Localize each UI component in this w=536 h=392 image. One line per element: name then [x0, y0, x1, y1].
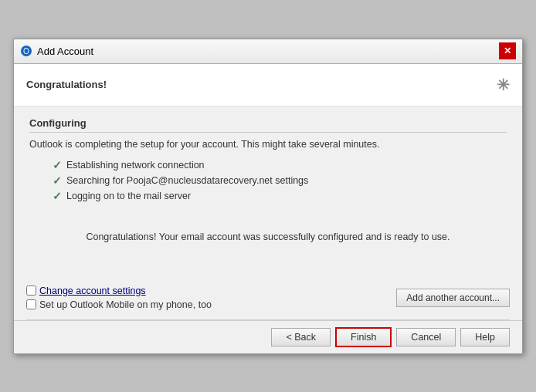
step-3-text: Logging on to the mail server	[66, 191, 191, 201]
congratulations-bar: Congratulations! ✳	[14, 64, 522, 106]
svg-text:O: O	[23, 47, 29, 56]
check-icon-3: ✓	[53, 190, 62, 202]
list-item: ✓ Logging on to the mail server	[53, 188, 507, 204]
title-bar: O Add Account ✕	[14, 39, 522, 64]
footer-bar: < Back Finish Cancel Help	[14, 320, 522, 353]
checkbox-group: Change account settings Set up Outlook M…	[26, 286, 212, 310]
finish-button[interactable]: Finish	[335, 327, 392, 347]
window-title: Add Account	[37, 46, 93, 57]
step-1-text: Establishing network connection	[66, 160, 205, 171]
title-bar-left: O Add Account	[20, 45, 93, 57]
cancel-button[interactable]: Cancel	[396, 328, 456, 346]
main-panel: Configuring Outlook is completing the se…	[14, 106, 522, 269]
congratulations-label: Congratulations!	[26, 79, 107, 90]
intro-text: Outlook is completing the setup for your…	[29, 139, 507, 150]
mobile-setup-checkbox[interactable]	[26, 299, 36, 309]
section-title: Configuring	[29, 117, 507, 133]
check-icon-2: ✓	[53, 174, 62, 187]
help-button[interactable]: Help	[460, 328, 510, 346]
change-account-text: Change account settings	[39, 286, 146, 296]
star-icon: ✳	[497, 76, 510, 94]
add-account-window: O Add Account ✕ Congratulations! ✳ Confi…	[13, 39, 523, 354]
app-icon: O	[20, 45, 32, 57]
success-message: Congratulations! Your email account was …	[29, 216, 507, 258]
change-account-label[interactable]: Change account settings	[26, 286, 212, 296]
mobile-setup-label[interactable]: Set up Outlook Mobile on my phone, too	[26, 299, 212, 310]
step-2-text: Searching for PoojaC@nucleusdatarecovery…	[66, 175, 308, 186]
change-account-checkbox[interactable]	[26, 286, 36, 296]
steps-list: ✓ Establishing network connection ✓ Sear…	[53, 157, 507, 204]
add-another-button[interactable]: Add another account...	[396, 289, 510, 307]
check-icon-1: ✓	[53, 159, 62, 171]
list-item: ✓ Searching for PoojaC@nucleusdatarecove…	[53, 173, 507, 188]
list-item: ✓ Establishing network connection	[53, 157, 507, 173]
back-button[interactable]: < Back	[271, 328, 331, 346]
close-button[interactable]: ✕	[499, 42, 516, 59]
bottom-options: Change account settings Set up Outlook M…	[14, 276, 522, 319]
mobile-setup-text: Set up Outlook Mobile on my phone, too	[39, 299, 212, 310]
